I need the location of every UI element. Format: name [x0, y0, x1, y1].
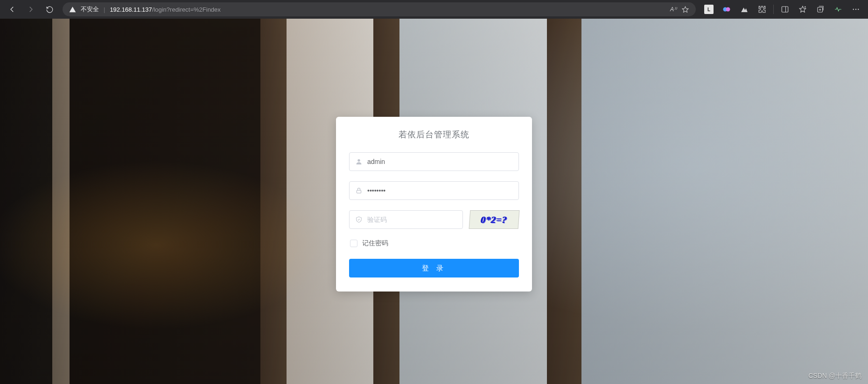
back-button[interactable] — [4, 2, 21, 17]
svg-point-5 — [855, 9, 856, 10]
login-card: 若依后台管理系统 0*2=? 记住密码 登 录 — [336, 117, 532, 292]
username-input[interactable] — [367, 153, 513, 171]
more-horizontal-icon — [852, 5, 860, 14]
refresh-button[interactable] — [41, 2, 58, 17]
star-plus-icon — [798, 5, 807, 14]
captcha-input-wrap[interactable] — [349, 210, 463, 229]
heartbeat-icon — [834, 5, 842, 14]
svg-point-6 — [858, 9, 859, 10]
captcha-image[interactable]: 0*2=? — [469, 210, 520, 229]
login-title: 若依后台管理系统 — [349, 129, 519, 140]
warning-icon — [69, 6, 76, 13]
extensions-button[interactable] — [754, 2, 770, 17]
shield-check-icon — [355, 216, 363, 223]
mountain-icon — [740, 5, 749, 14]
password-row — [349, 181, 519, 200]
svg-point-1 — [726, 7, 730, 12]
collections-button[interactable] — [812, 2, 829, 17]
url-text: 192.168.11.137/login?redirect=%2Findex — [110, 6, 665, 13]
insecure-label: 不安全 — [81, 5, 99, 14]
performance-button[interactable] — [830, 2, 847, 17]
remember-label: 记住密码 — [362, 239, 388, 248]
split-screen-button[interactable] — [777, 2, 793, 17]
svg-rect-2 — [782, 7, 788, 12]
favorites-button[interactable] — [794, 2, 811, 17]
remember-checkbox[interactable] — [350, 240, 357, 247]
password-input[interactable] — [367, 182, 513, 199]
toolbar-right: L — [700, 2, 864, 17]
user-icon — [355, 158, 363, 165]
address-bar[interactable]: 不安全 | 192.168.11.137/login?redirect=%2Fi… — [63, 2, 696, 16]
watermark: CSDN @十香千鹤 — [808, 372, 861, 380]
lock-icon — [355, 187, 363, 194]
collections-icon — [816, 5, 825, 14]
forward-button[interactable] — [22, 2, 39, 17]
extension-l-button[interactable]: L — [700, 2, 717, 17]
read-aloud-icon[interactable]: A⁾⁾ — [670, 6, 677, 13]
captcha-input[interactable] — [367, 211, 457, 228]
sidebar-icon — [781, 5, 789, 14]
username-row — [349, 152, 519, 171]
svg-point-4 — [853, 9, 854, 10]
page-background: 若依后台管理系统 0*2=? 记住密码 登 录 CSDN @ — [0, 19, 868, 384]
captcha-row: 0*2=? — [349, 210, 519, 229]
arrow-right-icon — [27, 5, 35, 14]
arrow-left-icon — [8, 5, 16, 14]
extension-mountain-button[interactable] — [736, 2, 753, 17]
refresh-icon — [46, 6, 54, 14]
favorite-icon[interactable] — [681, 6, 689, 14]
remember-row: 记住密码 — [350, 239, 519, 248]
toolbar-divider — [773, 5, 774, 14]
browser-toolbar: 不安全 | 192.168.11.137/login?redirect=%2Fi… — [0, 0, 868, 19]
extension-brain-button[interactable] — [718, 2, 735, 17]
puzzle-icon — [758, 5, 766, 14]
svg-rect-8 — [357, 190, 361, 193]
more-button[interactable] — [847, 2, 864, 17]
username-input-wrap[interactable] — [349, 152, 519, 171]
brain-icon — [722, 5, 731, 14]
login-button[interactable]: 登 录 — [349, 259, 519, 277]
svg-point-7 — [357, 159, 360, 162]
extension-badge-icon: L — [704, 5, 714, 14]
password-input-wrap[interactable] — [349, 181, 519, 200]
